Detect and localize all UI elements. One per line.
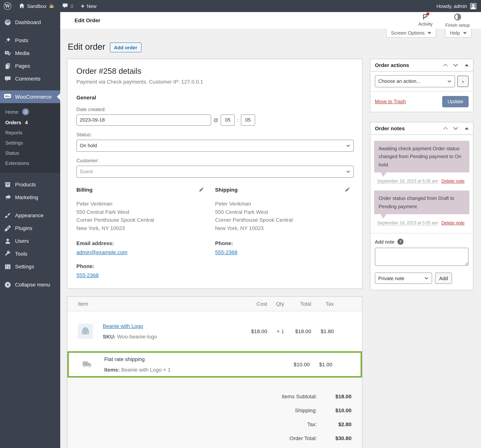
sidebar-item-media[interactable]: Media bbox=[0, 47, 60, 60]
note-textarea[interactable] bbox=[375, 248, 469, 266]
sidebar-item-woocommerce[interactable]: Woo WooCommerce bbox=[0, 90, 60, 103]
sidebar-item-tools[interactable]: Tools bbox=[0, 247, 60, 260]
shipping-tax: $1.00 bbox=[310, 361, 332, 367]
sidebar-item-products[interactable]: Products bbox=[0, 178, 60, 191]
date-created-label: Date created: bbox=[76, 106, 354, 112]
site-name-link[interactable]: Sandbox bbox=[15, 0, 59, 12]
woocommerce-submenu: Home 3 Orders 4 Reports Settings Status … bbox=[0, 103, 60, 173]
sidebar-item-label: Marketing bbox=[15, 194, 38, 200]
submenu-item-settings[interactable]: Settings bbox=[0, 138, 60, 148]
billing-address3: New York, NY 10023 bbox=[76, 224, 204, 232]
plugin-icon bbox=[4, 224, 11, 232]
items-label: Items: bbox=[104, 366, 120, 372]
sidebar-item-appearance[interactable]: Appearance bbox=[0, 209, 60, 222]
shipping-total: $10.00 bbox=[283, 361, 310, 367]
add-note-button[interactable]: Add bbox=[435, 273, 452, 284]
order-actions-title: Order actions bbox=[375, 62, 409, 68]
shipping-phone-link[interactable]: 555-2368 bbox=[215, 249, 237, 255]
sku-label: SKU: bbox=[103, 333, 116, 339]
billing-email-link[interactable]: admin@example.com bbox=[76, 249, 128, 255]
move-down-icon[interactable] bbox=[453, 63, 458, 67]
collapse-menu-button[interactable]: Collapse menu bbox=[0, 278, 60, 291]
edit-shipping-pencil-icon[interactable] bbox=[344, 188, 350, 195]
note-type-select[interactable]: Private note bbox=[375, 273, 432, 284]
update-button[interactable]: Update bbox=[442, 96, 469, 107]
delete-note-link[interactable]: Delete note bbox=[442, 220, 465, 226]
total-label: Items Subtotal: bbox=[282, 393, 317, 399]
delete-note-link[interactable]: Delete note bbox=[442, 178, 465, 184]
shipping-phone-label: Phone: bbox=[215, 240, 350, 246]
activity-flag-icon bbox=[422, 13, 429, 21]
sidebar-item-posts[interactable]: Posts bbox=[0, 34, 60, 47]
sidebar-item-pages[interactable]: Pages bbox=[0, 60, 60, 72]
wordpress-logo-menu[interactable]: W bbox=[0, 0, 15, 12]
sidebar-item-settings[interactable]: Settings bbox=[0, 260, 60, 273]
home-badge: 3 bbox=[22, 108, 29, 115]
submenu-item-orders[interactable]: Orders 4 bbox=[0, 117, 60, 128]
shipping-address2: Corner Penthouse Spook Central bbox=[215, 216, 350, 224]
wordpress-admin: W Sandbox bbox=[0, 0, 481, 448]
total-label: Shipping: bbox=[295, 407, 317, 413]
products-icon bbox=[4, 181, 11, 188]
note-text: Awaiting check payment Order status chan… bbox=[374, 141, 469, 173]
finish-setup-button[interactable]: Finish setup bbox=[445, 13, 470, 28]
column-header-cost: Cost bbox=[222, 301, 267, 307]
move-down-icon[interactable] bbox=[453, 127, 458, 130]
sidebar-item-users[interactable]: Users bbox=[0, 235, 60, 247]
dashboard-icon bbox=[4, 18, 11, 26]
billing-phone-link[interactable]: 555-2368 bbox=[76, 272, 99, 278]
move-up-icon[interactable] bbox=[443, 127, 448, 130]
billing-column: Billing Peter Venkman 550 Central Park W… bbox=[76, 187, 215, 279]
general-heading: General bbox=[76, 94, 354, 100]
submenu-item-reports[interactable]: Reports bbox=[0, 128, 60, 138]
new-content-menu[interactable]: + New bbox=[77, 0, 100, 12]
sidebar-item-comments[interactable]: Comments bbox=[0, 72, 60, 85]
plus-icon: + bbox=[81, 3, 84, 9]
submenu-item-extensions[interactable]: Extensions bbox=[0, 158, 60, 168]
payment-meta: Payment via Check payments. Customer IP:… bbox=[76, 79, 354, 85]
edit-billing-pencil-icon[interactable] bbox=[198, 188, 204, 195]
customer-select[interactable]: Guest bbox=[76, 166, 354, 178]
submenu-label: Status bbox=[5, 150, 19, 156]
order-data-panel: Order #258 details Payment via Check pay… bbox=[67, 59, 362, 289]
shipping-line-row: Flat rate shipping Items: Beanie with Lo… bbox=[69, 353, 361, 376]
date-created-input[interactable] bbox=[76, 114, 211, 126]
move-to-trash-link[interactable]: Move to Trash bbox=[375, 99, 406, 105]
billing-name: Peter Venkman bbox=[76, 200, 204, 208]
comments-adminbar-link[interactable]: 0 bbox=[59, 0, 77, 12]
comments-count: 0 bbox=[71, 3, 73, 9]
total-row-order-total: Order Total: $30.80 bbox=[67, 431, 352, 445]
move-up-icon[interactable] bbox=[443, 63, 448, 67]
submenu-item-status[interactable]: Status bbox=[0, 148, 60, 158]
collapse-panel-icon[interactable] bbox=[465, 127, 469, 129]
minute-input[interactable] bbox=[241, 114, 255, 126]
time-colon: : bbox=[237, 117, 238, 123]
sidebar-item-label: Settings bbox=[15, 264, 34, 270]
help-tab[interactable]: Help bbox=[445, 29, 472, 38]
submenu-item-home[interactable]: Home 3 bbox=[0, 106, 60, 117]
order-notes-panel: Order notes Awaiting check payment Order… bbox=[370, 122, 473, 290]
howdy-label[interactable]: Howdy, admin bbox=[436, 3, 467, 9]
collapse-panel-icon[interactable] bbox=[465, 64, 469, 66]
column-header-tax: Tax bbox=[311, 301, 334, 307]
sidebar-item-dashboard[interactable]: Dashboard bbox=[0, 16, 60, 29]
billing-address1: 550 Central Park West bbox=[76, 208, 204, 216]
add-order-button[interactable]: Add order bbox=[110, 43, 141, 53]
page-header-title: Edit Order bbox=[75, 17, 100, 23]
order-totals: Items Subtotal: $18.00 Shipping: $10.00 … bbox=[67, 377, 362, 448]
chevron-down-icon bbox=[428, 32, 431, 34]
sidebar-item-plugins[interactable]: Plugins bbox=[0, 222, 60, 235]
apply-action-button[interactable]: › bbox=[457, 76, 469, 87]
hour-input[interactable] bbox=[221, 114, 235, 126]
column-header-qty: Qty bbox=[267, 301, 284, 307]
sidebar-item-marketing[interactable]: Marketing bbox=[0, 191, 60, 204]
screen-options-tab[interactable]: Screen Options bbox=[386, 29, 436, 38]
activity-button[interactable]: Activity bbox=[418, 13, 433, 28]
product-link[interactable]: Beanie with Logo bbox=[103, 323, 143, 329]
avatar[interactable] bbox=[470, 3, 476, 9]
billing-heading: Billing bbox=[76, 187, 93, 193]
order-action-select[interactable]: Choose an action... bbox=[375, 75, 455, 87]
user-icon bbox=[4, 237, 11, 245]
order-status-select[interactable]: On hold bbox=[76, 140, 354, 152]
help-tip-icon[interactable]: ? bbox=[398, 239, 404, 245]
